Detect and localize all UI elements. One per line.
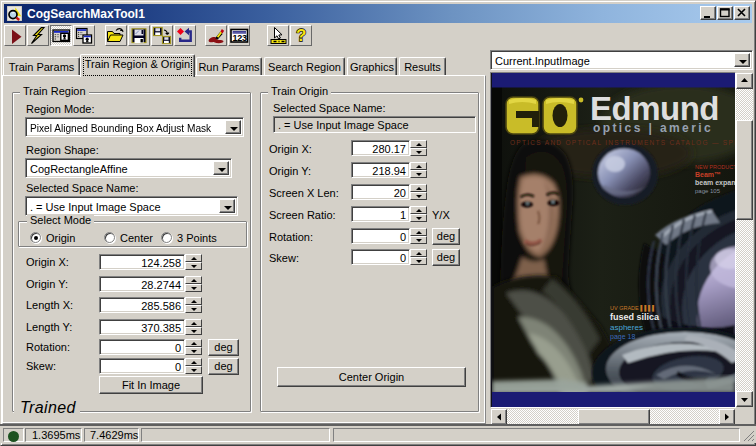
svg-text:?: ? xyxy=(296,26,306,45)
svg-text:123: 123 xyxy=(233,33,247,43)
svg-text:aspheres: aspheres xyxy=(610,323,643,332)
svg-text:OPTICS AND OPTICAL INSTRUMENTS: OPTICS AND OPTICAL INSTRUMENTS CATALOG —… xyxy=(510,139,735,146)
svg-text:fused silica: fused silica xyxy=(610,312,660,322)
svg-text:optics | americ: optics | americ xyxy=(593,121,713,135)
svg-text:Beam™: Beam™ xyxy=(695,171,721,178)
svg-text:page 105: page 105 xyxy=(695,188,721,194)
svg-text:NEW PRODUCT: NEW PRODUCT xyxy=(695,164,735,170)
svg-text:beam expan: beam expan xyxy=(695,179,735,187)
svg-text:UV GRADE ▌▌▌▌: UV GRADE ▌▌▌▌ xyxy=(610,305,656,312)
svg-text:page 18: page 18 xyxy=(610,333,635,341)
